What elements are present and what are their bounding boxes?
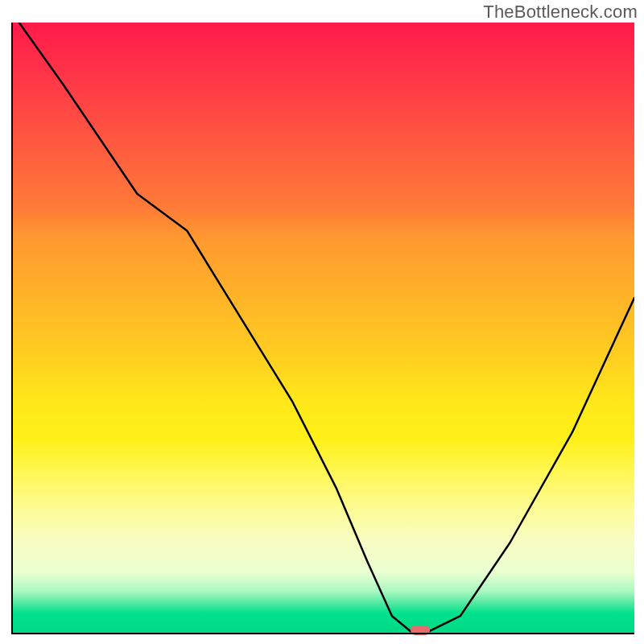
y-axis bbox=[11, 23, 13, 634]
watermark-text: TheBottleneck.com bbox=[483, 2, 638, 23]
bottleneck-curve bbox=[13, 23, 634, 634]
chart-container: TheBottleneck.com bbox=[0, 0, 644, 644]
x-axis bbox=[11, 633, 634, 634]
